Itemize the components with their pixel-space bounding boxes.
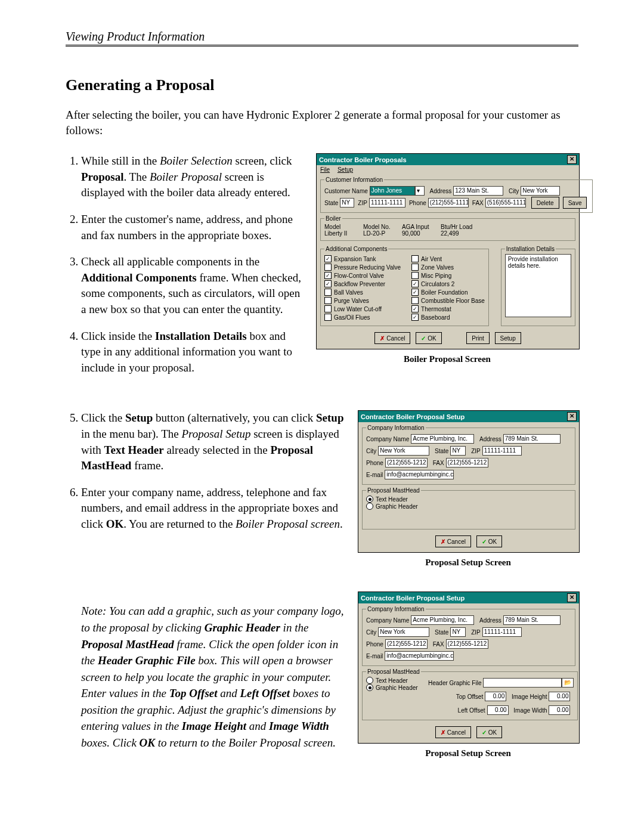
radio-graphic-header[interactable]: Graphic Header (366, 684, 420, 691)
top-offset-input[interactable]: 0.00 (485, 692, 506, 701)
address-input[interactable]: 789 Main St. (503, 615, 561, 625)
email-input[interactable]: info@acmeplumbinginc.com (385, 470, 454, 479)
ok-button[interactable]: ✓OK (476, 535, 502, 547)
city-input[interactable]: New York (378, 627, 429, 637)
setup-button[interactable]: Setup (495, 332, 521, 344)
boiler-proposal-caption: Boiler Proposal Screen (316, 354, 578, 364)
masthead-group: Proposal MastHead Text Header Graphic He… (362, 668, 578, 720)
state-input[interactable]: NY (450, 446, 466, 456)
fax-input[interactable]: (516)555-1111 (485, 198, 526, 208)
chk-prv[interactable]: Pressure Reducing Valve (324, 264, 401, 271)
aga-input[interactable]: 90,000 (402, 230, 435, 237)
chk-low-water[interactable]: Low Water Cut-off (324, 305, 401, 312)
aga-label: AGA Input (402, 224, 435, 230)
open-folder-icon[interactable]: 📂 (562, 678, 574, 688)
fax-input[interactable]: (212)555-1212 (446, 639, 488, 649)
delete-button[interactable]: Delete (531, 197, 559, 209)
city-label: City (366, 629, 376, 636)
install-details-textarea[interactable]: Provide installation details here. (505, 254, 571, 317)
heat-input[interactable]: 22,499 (441, 230, 473, 237)
chk-zone-valves[interactable]: Zone Valves (411, 264, 485, 271)
chk-misc-piping[interactable]: Misc Piping (411, 272, 485, 279)
company-input[interactable]: Acme Plumbing, Inc. (411, 615, 474, 625)
state-input[interactable]: NY (340, 198, 354, 208)
email-input[interactable]: info@acmeplumbinginc.com (385, 651, 454, 661)
address-label: Address (479, 436, 501, 442)
boiler-proposal-window: Contractor Boiler Proposals ✕ File Setup… (316, 153, 580, 349)
city-input[interactable]: New York (378, 446, 429, 456)
company-info-group: Company Information Company NameAcme Plu… (362, 606, 575, 666)
fax-input[interactable]: (212)555-1212 (446, 458, 488, 467)
address-input[interactable]: 789 Main St. (503, 434, 561, 444)
cancel-button[interactable]: ✗Cancel (435, 535, 471, 547)
model-input[interactable]: Liberty II (324, 230, 357, 237)
step-5: Click the Setup button (alternatively, y… (81, 410, 346, 473)
window-title: Contractor Boiler Proposal Setup (361, 594, 465, 602)
cancel-button[interactable]: ✗Cancel (374, 332, 410, 344)
circulators-qty-input[interactable]: 2 (451, 281, 461, 287)
company-info-group: Company Information Company NameAcme Plu… (362, 425, 575, 485)
left-offset-input[interactable]: 0.00 (487, 705, 509, 715)
close-icon[interactable]: ✕ (567, 593, 577, 602)
dropdown-icon[interactable]: ▾ (415, 186, 425, 196)
menu-setup[interactable]: Setup (338, 166, 353, 173)
print-button[interactable]: Print (466, 332, 490, 344)
zip-label: ZIP (358, 200, 367, 206)
image-height-input[interactable]: 0.00 (549, 692, 570, 701)
zip-input[interactable]: 11111-1111 (482, 446, 522, 456)
chk-air-vent[interactable]: Air Vent (411, 255, 485, 262)
chk-floor-base[interactable]: Combustible Floor Base (411, 297, 485, 304)
save-button[interactable]: Save (563, 197, 587, 209)
menu-file[interactable]: File (320, 166, 330, 173)
modelno-input[interactable]: LD-20-P (363, 230, 396, 237)
radio-text-header[interactable]: Text Header (366, 496, 571, 503)
left-offset-label: Left Offset (458, 707, 485, 714)
close-icon[interactable]: ✕ (567, 155, 577, 164)
zip-input[interactable]: 11111-1111 (369, 198, 405, 208)
chk-circulators[interactable]: ✓Circulators 2 (411, 280, 485, 287)
radio-graphic-header[interactable]: Graphic Header (366, 503, 571, 510)
chk-ball-valves[interactable]: Ball Valves (324, 289, 401, 296)
customer-name-input[interactable]: John Jones (370, 186, 415, 196)
chk-boiler-foundation[interactable]: ✓Boiler Foundation (411, 289, 485, 296)
masthead-legend: Proposal MastHead (366, 487, 421, 494)
ok-button[interactable]: ✓OK (476, 726, 502, 738)
chk-flow-control[interactable]: ✓Flow-Control Valve (324, 272, 401, 279)
chk-exp-tank[interactable]: ✓Expansion Tank (324, 255, 401, 262)
phone-input[interactable]: (212)555-1212 (385, 639, 428, 649)
masthead-group: Proposal MastHead Text Header Graphic He… (362, 487, 575, 529)
steps-list-2: Click the Setup button (alternatively, y… (66, 410, 346, 532)
chk-backflow[interactable]: ✓Backflow Preventer (324, 280, 401, 287)
email-label: E-mail (366, 472, 383, 478)
close-icon[interactable]: ✕ (567, 412, 577, 421)
graphic-file-input[interactable] (483, 678, 562, 688)
radio-text-header[interactable]: Text Header (366, 677, 420, 684)
chk-baseboard[interactable]: ✓Baseboard (411, 314, 485, 321)
chk-thermostat[interactable]: ✓Thermostat (411, 305, 485, 312)
image-width-input[interactable]: 0.00 (549, 705, 570, 715)
zip-input[interactable]: 11111-1111 (482, 627, 522, 637)
ok-button[interactable]: ✓OK (416, 332, 441, 344)
setup-caption-1: Proposal Setup Screen (358, 558, 578, 568)
company-input[interactable]: Acme Plumbing, Inc. (411, 434, 474, 444)
state-input[interactable]: NY (450, 627, 466, 637)
state-label: State (435, 629, 448, 636)
install-legend: Installation Details (505, 246, 556, 252)
phone-input[interactable]: (212)555-1212 (385, 458, 428, 467)
address-input[interactable]: 123 Main St. (453, 186, 503, 196)
step-6: Enter your company name, address, teleph… (81, 485, 346, 532)
phone-input[interactable]: (212)555-1111 (428, 198, 469, 208)
steps-list-1: While still in the Boiler Selection scre… (66, 153, 304, 376)
boiler-group: Boiler ModelLiberty II Model No.LD-20-P … (320, 215, 575, 241)
cancel-button[interactable]: ✗Cancel (435, 726, 471, 738)
phone-label: Phone (409, 200, 426, 206)
address-label: Address (479, 617, 501, 624)
customer-name-label: Customer Name (324, 188, 368, 194)
chk-purge-valves[interactable]: Purge Valves (324, 297, 401, 304)
proposal-setup-window-2: Contractor Boiler Proposal Setup ✕ Compa… (358, 592, 580, 744)
city-input[interactable]: New York (521, 186, 560, 196)
fax-label: FAX (472, 200, 484, 206)
chk-gas-oil[interactable]: Gas/Oil Flues (324, 314, 401, 321)
components-legend: Additional Components (324, 246, 388, 252)
proposal-setup-window-1: Contractor Boiler Proposal Setup ✕ Compa… (358, 410, 580, 553)
